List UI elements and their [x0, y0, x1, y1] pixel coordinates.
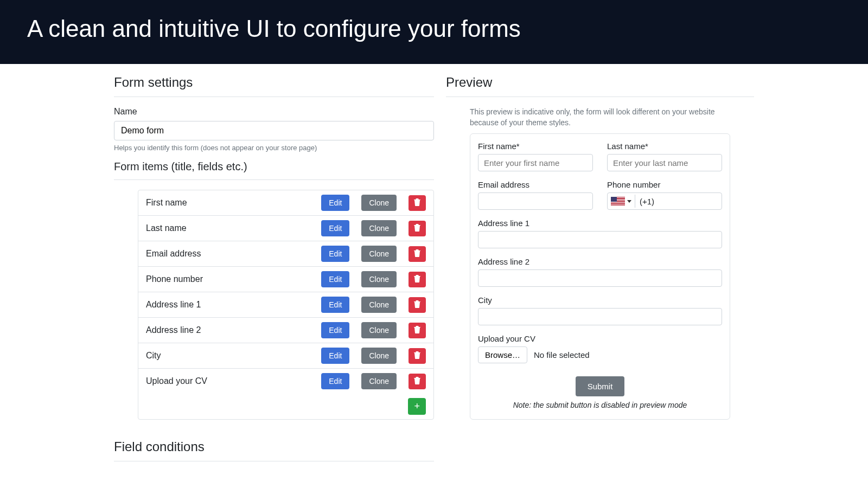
form-item-row: Upload your CVEditClone [138, 369, 433, 394]
no-file-text: No file selected [534, 350, 590, 359]
delete-button[interactable] [409, 374, 426, 389]
delete-button[interactable] [409, 221, 426, 236]
clone-button[interactable]: Clone [361, 195, 397, 211]
address2-input[interactable] [478, 269, 722, 287]
clone-button[interactable]: Clone [361, 220, 397, 236]
form-item-row: Last nameEditClone [138, 216, 433, 241]
form-item-label: Upload your CV [146, 376, 321, 386]
form-settings-heading: Form settings [114, 75, 434, 90]
delete-button[interactable] [409, 195, 426, 211]
clone-button[interactable]: Clone [361, 348, 397, 364]
clone-button[interactable]: Clone [361, 322, 397, 338]
last-name-label: Last name* [607, 142, 722, 151]
edit-button[interactable]: Edit [321, 195, 349, 211]
first-name-label: First name* [478, 142, 593, 151]
trash-icon [414, 352, 420, 361]
delete-button[interactable] [409, 246, 426, 262]
form-item-label: City [146, 351, 321, 361]
name-input[interactable] [114, 121, 434, 140]
phone-label: Phone number [607, 180, 722, 189]
trash-icon [414, 199, 420, 208]
clone-button[interactable]: Clone [361, 297, 397, 313]
email-label: Email address [478, 180, 593, 189]
clone-button[interactable]: Clone [361, 271, 397, 287]
form-item-label: Phone number [146, 274, 321, 284]
field-conditions-heading: Field conditions [114, 439, 434, 454]
form-item-label: Address line 1 [146, 300, 321, 310]
form-item-label: Last name [146, 223, 321, 233]
delete-button[interactable] [409, 348, 426, 364]
email-input[interactable] [478, 192, 593, 210]
first-name-input[interactable] [478, 154, 593, 171]
upload-label: Upload your CV [478, 334, 722, 343]
chevron-down-icon [627, 200, 631, 203]
preview-heading: Preview [446, 75, 754, 90]
edit-button[interactable]: Edit [321, 373, 349, 389]
address1-input[interactable] [478, 231, 722, 248]
delete-button[interactable] [409, 297, 426, 313]
edit-button[interactable]: Edit [321, 220, 349, 236]
phone-prefix: (+1) [635, 195, 659, 208]
us-flag-icon [611, 197, 625, 206]
divider [114, 97, 434, 97]
submit-note: Note: the submit button is disabled in p… [478, 401, 722, 409]
name-help-text: Helps you identify this form (does not a… [114, 144, 434, 152]
trash-icon [414, 224, 420, 233]
edit-button[interactable]: Edit [321, 322, 349, 338]
trash-icon [414, 301, 420, 310]
edit-button[interactable]: Edit [321, 348, 349, 364]
browse-button[interactable]: Browse… [478, 346, 527, 363]
form-items-table: First nameEditCloneLast nameEditCloneEma… [138, 190, 434, 420]
form-item-row: Email addressEditClone [138, 241, 433, 267]
clone-button[interactable]: Clone [361, 246, 397, 262]
form-item-label: Address line 2 [146, 325, 321, 335]
delete-button[interactable] [409, 323, 426, 338]
divider [446, 97, 754, 97]
trash-icon [414, 275, 420, 284]
delete-button[interactable] [409, 272, 426, 287]
form-item-row: CityEditClone [138, 343, 433, 369]
trash-icon [414, 377, 420, 386]
divider [114, 179, 434, 180]
trash-icon [414, 326, 420, 335]
edit-button[interactable]: Edit [321, 271, 349, 287]
city-input[interactable] [478, 308, 722, 325]
form-items-heading: Form items (title, fields etc.) [114, 160, 434, 173]
preview-hint-text: This preview is indicative only, the for… [446, 107, 754, 128]
form-item-row: First nameEditClone [138, 190, 433, 216]
form-item-row: Address line 2EditClone [138, 318, 433, 343]
name-label: Name [114, 107, 434, 117]
form-item-row: Address line 1EditClone [138, 292, 433, 318]
country-code-selector[interactable] [608, 195, 635, 208]
preview-panel: First name* Last name* Email address Pho… [470, 133, 730, 420]
phone-input-group: (+1) [607, 192, 722, 210]
add-item-row: + [138, 394, 433, 419]
add-item-button[interactable]: + [408, 398, 426, 415]
clone-button[interactable]: Clone [361, 373, 397, 389]
divider [114, 461, 434, 461]
edit-button[interactable]: Edit [321, 297, 349, 313]
form-item-label: First name [146, 198, 321, 208]
form-item-label: Email address [146, 249, 321, 259]
submit-button[interactable]: Submit [576, 376, 625, 396]
address1-label: Address line 1 [478, 219, 722, 228]
last-name-input[interactable] [607, 154, 722, 171]
hero-title: A clean and intuitive UI to configure yo… [27, 15, 841, 42]
address2-label: Address line 2 [478, 257, 722, 266]
form-item-row: Phone numberEditClone [138, 267, 433, 292]
city-label: City [478, 296, 722, 305]
edit-button[interactable]: Edit [321, 246, 349, 262]
trash-icon [414, 250, 420, 259]
hero-banner: A clean and intuitive UI to configure yo… [0, 0, 868, 64]
